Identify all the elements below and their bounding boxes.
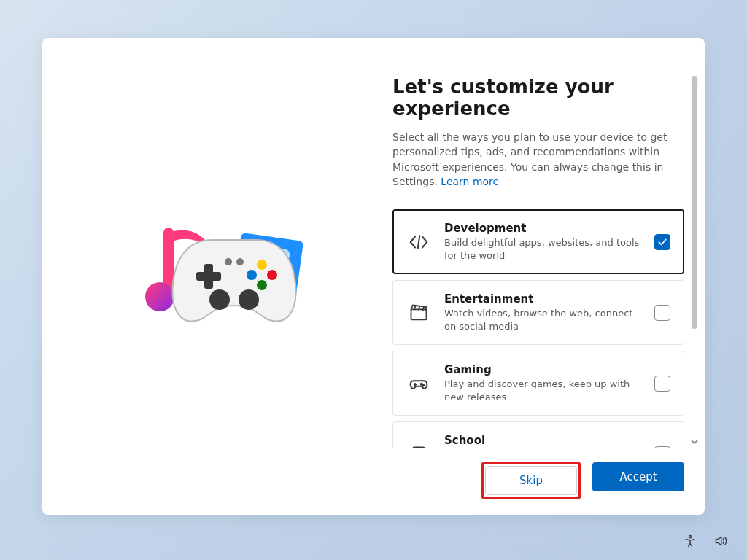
controller-icon bbox=[406, 371, 431, 396]
svg-rect-23 bbox=[413, 447, 424, 448]
option-title: Entertainment bbox=[444, 292, 641, 306]
code-icon bbox=[406, 230, 431, 254]
page-subtext: Select all the ways you plan to use your… bbox=[392, 130, 684, 189]
svg-rect-5 bbox=[204, 264, 213, 289]
scrollbar[interactable] bbox=[689, 76, 700, 448]
svg-point-28 bbox=[689, 536, 691, 538]
svg-line-18 bbox=[423, 307, 424, 311]
svg-line-14 bbox=[418, 236, 420, 249]
option-gaming[interactable]: Gaming Play and discover games, keep up … bbox=[392, 351, 684, 416]
option-checkbox[interactable] bbox=[654, 446, 670, 448]
option-desc: Watch videos, browse the web, connect on… bbox=[444, 307, 641, 332]
skip-highlight-box: Skip bbox=[481, 462, 581, 499]
clapperboard-icon bbox=[406, 300, 431, 325]
svg-point-8 bbox=[247, 270, 257, 280]
svg-point-22 bbox=[422, 384, 424, 386]
learn-more-link[interactable]: Learn more bbox=[441, 176, 499, 187]
svg-line-16 bbox=[414, 306, 415, 309]
accept-button[interactable]: Accept bbox=[592, 462, 684, 491]
option-title: Development bbox=[444, 222, 641, 235]
accessibility-icon[interactable] bbox=[683, 534, 697, 548]
option-desc: Play and discover games, keep up with ne… bbox=[444, 378, 641, 403]
svg-marker-29 bbox=[716, 537, 721, 545]
svg-line-17 bbox=[419, 306, 419, 310]
svg-point-7 bbox=[267, 270, 277, 280]
subtext-body: Select all the ways you plan to use your… bbox=[392, 131, 667, 187]
option-development[interactable]: Development Build delightful apps, websi… bbox=[392, 209, 684, 274]
option-entertainment[interactable]: Entertainment Watch videos, browse the w… bbox=[392, 280, 684, 345]
svg-point-3 bbox=[145, 282, 174, 311]
content-pane: Let's customize your experience Select a… bbox=[382, 38, 705, 515]
page-title: Let's customize your experience bbox=[392, 76, 684, 120]
scroll-down-icon[interactable] bbox=[689, 436, 700, 448]
option-checkbox[interactable] bbox=[654, 234, 670, 250]
option-checkbox[interactable] bbox=[654, 305, 670, 321]
option-checkbox[interactable] bbox=[654, 376, 670, 392]
scrollbar-thumb[interactable] bbox=[692, 76, 697, 329]
svg-point-9 bbox=[257, 280, 267, 290]
svg-point-10 bbox=[225, 258, 232, 265]
option-school[interactable]: School Take notes, write essays, collabo… bbox=[392, 421, 684, 448]
svg-point-11 bbox=[236, 258, 244, 265]
svg-point-6 bbox=[257, 260, 267, 270]
system-tray bbox=[683, 534, 728, 548]
option-desc: Build delightful apps, websites, and too… bbox=[444, 236, 641, 262]
svg-point-13 bbox=[239, 289, 259, 310]
option-title: School bbox=[444, 434, 641, 447]
svg-point-21 bbox=[421, 384, 422, 385]
scrollable-content[interactable]: Let's customize your experience Select a… bbox=[392, 76, 705, 448]
skip-button[interactable]: Skip bbox=[485, 466, 577, 495]
illustration-pane bbox=[42, 38, 382, 515]
svg-point-12 bbox=[209, 289, 230, 310]
svg-rect-15 bbox=[411, 309, 427, 319]
usage-options: Development Build delightful apps, websi… bbox=[392, 209, 684, 448]
volume-icon[interactable] bbox=[713, 534, 728, 548]
customize-illustration bbox=[103, 203, 322, 349]
notebook-icon bbox=[406, 442, 431, 448]
footer-buttons: Skip Accept bbox=[481, 462, 684, 499]
option-title: Gaming bbox=[444, 363, 641, 376]
oobe-window: Let's customize your experience Select a… bbox=[42, 38, 705, 515]
